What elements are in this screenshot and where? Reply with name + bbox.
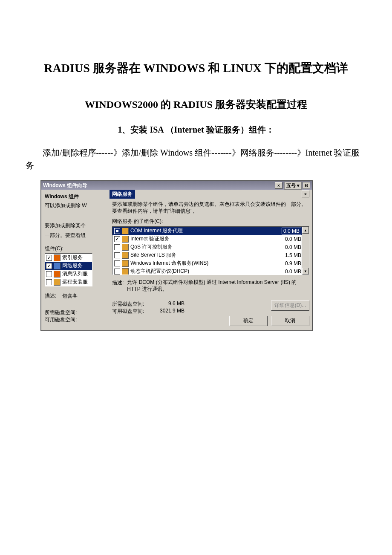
item-size: 0.0 MB — [276, 269, 301, 275]
left-para2: 一部分。要查看组 — [45, 232, 108, 239]
desc-label: 描述: — [45, 293, 56, 299]
component-icon — [122, 268, 129, 275]
checkbox-icon[interactable] — [114, 236, 120, 242]
doc-title: RADIUS 服务器在 WINDOWS 和 LINUX 下的配置文档详 — [26, 60, 366, 76]
list-item[interactable]: Internet 验证服务 0.0 MB — [112, 235, 309, 243]
components-listbox[interactable]: 索引服务 网络服务 消息队列服 远程安装 — [45, 253, 92, 286]
item-size: 1.5 MB — [276, 252, 301, 258]
list-item[interactable]: Site Server ILS 服务 1.5 MB — [112, 251, 309, 259]
component-icon — [54, 279, 61, 286]
disk-avail-label: 可用磁盘空间: — [112, 308, 150, 315]
item-label: QoS 许可控制服务 — [130, 243, 274, 251]
font-size-chip[interactable]: 五号 ▾ — [284, 182, 302, 190]
item-label: 远程安装服 — [62, 278, 88, 286]
component-icon — [122, 260, 129, 267]
component-icon — [122, 252, 129, 259]
left-heading: Windows 组件 — [45, 193, 108, 200]
component-icon — [122, 236, 129, 243]
list-item[interactable]: 索引服务 — [45, 254, 92, 262]
checkbox-icon[interactable] — [46, 255, 52, 261]
sublist-label: 网络服务 的子组件(C): — [112, 218, 309, 225]
desc-label: 描述: — [112, 279, 124, 292]
subdialog-panel: × 网络服务 要添加或删除某个组件，请单击旁边的复选框。灰色框表示只会安装该组件… — [110, 190, 312, 330]
checkbox-icon[interactable] — [114, 269, 120, 275]
wizard-titlebar: Windows 组件向导 × 五号 ▾ B — [41, 181, 312, 190]
disk-avail-label-left: 可用磁盘空间: — [45, 316, 108, 324]
step-heading: 1、安装 ISA （Internet 验证服务）组件： — [26, 124, 366, 136]
scroll-up-icon[interactable]: ▲ — [302, 227, 309, 234]
list-item[interactable]: COM Internet 服务代理 0.0 MB — [112, 227, 309, 235]
component-icon — [122, 228, 129, 234]
list-item[interactable]: 动态主机配置协议(DHCP) 0.0 MB — [112, 267, 309, 275]
scroll-down-icon[interactable]: ▼ — [302, 268, 309, 275]
disk-req-value: 9.6 MB — [150, 301, 184, 308]
item-size: 0.0 MB — [276, 244, 301, 250]
left-sub: 可以添加或删除 W — [45, 202, 108, 209]
left-para1: 要添加或删除某个 — [45, 222, 108, 229]
list-item[interactable]: 消息队列服 — [45, 270, 92, 278]
wizard-left-panel: Windows 组件 可以添加或删除 W 要添加或删除某个 一部分。要查看组 组… — [41, 190, 110, 330]
checkbox-icon[interactable] — [46, 279, 52, 285]
item-label: 索引服务 — [62, 254, 83, 261]
item-size: 0.9 MB — [276, 260, 301, 266]
checkbox-icon[interactable] — [114, 244, 120, 250]
close-icon[interactable]: × — [302, 191, 309, 197]
subcomponents-listbox[interactable]: .COM COM Internet 服务代理 0.0 MB Internet 验… — [112, 226, 309, 275]
item-label: 消息队列服 — [62, 270, 88, 278]
list-item[interactable]: 远程安装服 — [45, 278, 92, 286]
desc-value: 包含各 — [62, 293, 78, 299]
list-item[interactable]: 网络服务 — [45, 262, 92, 270]
item-label: 动态主机配置协议(DHCP) — [130, 268, 274, 275]
component-icon — [122, 244, 129, 251]
component-icon — [54, 254, 61, 261]
bold-chip[interactable]: B — [303, 182, 310, 189]
list-item[interactable]: QoS 许可控制服务 0.0 MB — [112, 243, 309, 251]
document-page: RADIUS 服务器在 WINDOWS 和 LINUX 下的配置文档详 WIND… — [0, 0, 392, 348]
cancel-button[interactable]: 取消 — [271, 316, 309, 326]
checkbox-icon[interactable] — [114, 260, 120, 266]
checkbox-icon[interactable] — [46, 263, 52, 269]
wizard-dialog: Windows 组件向导 × 五号 ▾ B Windows 组件 可以添加或删除… — [40, 180, 313, 331]
disk-req-label-left: 所需磁盘空间: — [45, 309, 108, 316]
item-size: 0.0 MB — [276, 236, 301, 242]
component-icon — [54, 263, 61, 269]
scrollbar[interactable]: ▲ ▼ — [302, 227, 309, 275]
subdialog-instruction: 要添加或删除某个组件，请单击旁边的复选框。灰色框表示只会安装该组件的一部分。要查… — [112, 201, 309, 214]
item-label: Site Server ILS 服务 — [130, 251, 274, 259]
checkbox-icon[interactable] — [114, 228, 120, 234]
item-label: COM Internet 服务代理 — [130, 227, 274, 234]
components-label: 组件(C): — [45, 245, 108, 252]
disk-avail-value: 3021.9 MB — [150, 308, 184, 315]
list-item[interactable]: Windows Internet 命名服务(WINS) 0.9 MB — [112, 259, 309, 267]
desc-text: 允许 DCOM (分布式组件对象模型) 通过 Internet Informat… — [127, 279, 309, 292]
component-icon — [54, 271, 61, 278]
item-label: 网络服务 — [62, 262, 83, 269]
disk-req-label: 所需磁盘空间: — [112, 301, 150, 308]
item-size: 0.0 MB — [276, 228, 301, 234]
ok-button[interactable]: 确定 — [229, 316, 268, 326]
item-label: Windows Internet 命名服务(WINS) — [130, 260, 274, 267]
subdialog-title: 网络服务 — [110, 190, 135, 199]
item-label: Internet 验证服务 — [130, 235, 274, 243]
checkbox-icon[interactable] — [114, 252, 120, 258]
close-icon[interactable]: × — [275, 182, 282, 189]
body-paragraph: 添加/删除程序------》添加/删除 Windows 组件-------》网络… — [26, 146, 366, 172]
checkbox-icon[interactable] — [46, 271, 52, 277]
details-button[interactable]: 详细信息(D)... — [271, 301, 309, 311]
wizard-title-text: Windows 组件向导 — [43, 182, 87, 189]
doc-subtitle: WINDOWS2000 的 RADIUS 服务器安装配置过程 — [26, 98, 366, 111]
